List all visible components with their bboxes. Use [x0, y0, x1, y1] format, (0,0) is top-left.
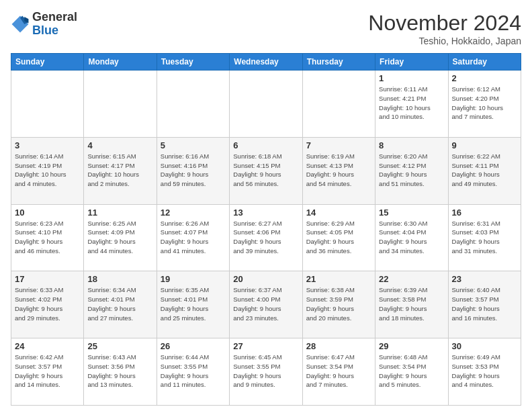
calendar-cell: 4Sunrise: 6:15 AMSunset: 4:17 PMDaylight… — [84, 137, 157, 204]
calendar-cell — [230, 71, 302, 138]
day-number: 23 — [452, 274, 517, 284]
day-info: Sunrise: 6:11 AMSunset: 4:21 PMDaylight:… — [379, 85, 444, 122]
calendar-cell: 21Sunrise: 6:38 AMSunset: 3:59 PMDayligh… — [302, 271, 375, 338]
day-info: Sunrise: 6:26 AMSunset: 4:07 PMDaylight:… — [161, 219, 226, 256]
location: Teshio, Hokkaido, Japan — [368, 36, 521, 46]
calendar-cell: 25Sunrise: 6:43 AMSunset: 3:56 PMDayligh… — [84, 338, 157, 406]
calendar-cell — [302, 71, 375, 138]
day-info: Sunrise: 6:20 AMSunset: 4:12 PMDaylight:… — [379, 152, 444, 189]
day-number: 7 — [306, 140, 371, 150]
day-number: 17 — [15, 274, 80, 284]
logo-icon — [11, 15, 30, 34]
calendar-cell: 5Sunrise: 6:16 AMSunset: 4:16 PMDaylight… — [157, 137, 229, 204]
month-title: November 2024 — [368, 11, 521, 36]
calendar-cell: 20Sunrise: 6:37 AMSunset: 4:00 PMDayligh… — [230, 271, 302, 338]
day-number: 24 — [15, 341, 80, 351]
calendar-cell: 24Sunrise: 6:42 AMSunset: 3:57 PMDayligh… — [11, 338, 84, 406]
calendar-cell: 7Sunrise: 6:19 AMSunset: 4:13 PMDaylight… — [302, 137, 375, 204]
col-header-saturday: Saturday — [448, 54, 521, 71]
day-number: 30 — [452, 341, 517, 351]
logo: General Blue — [11, 11, 77, 38]
day-info: Sunrise: 6:22 AMSunset: 4:11 PMDaylight:… — [452, 152, 517, 189]
day-number: 15 — [379, 208, 444, 218]
day-number: 3 — [15, 140, 80, 150]
day-number: 28 — [306, 341, 371, 351]
day-info: Sunrise: 6:38 AMSunset: 3:59 PMDaylight:… — [306, 285, 371, 322]
day-info: Sunrise: 6:45 AMSunset: 3:55 PMDaylight:… — [233, 353, 298, 390]
day-info: Sunrise: 6:27 AMSunset: 4:06 PMDaylight:… — [233, 219, 298, 256]
day-number: 12 — [161, 208, 226, 218]
day-number: 27 — [233, 341, 298, 351]
header: General Blue November 2024 Teshio, Hokka… — [11, 11, 521, 46]
day-number: 14 — [306, 208, 371, 218]
calendar-cell: 19Sunrise: 6:35 AMSunset: 4:01 PMDayligh… — [157, 271, 229, 338]
day-info: Sunrise: 6:16 AMSunset: 4:16 PMDaylight:… — [161, 152, 226, 189]
calendar-cell: 8Sunrise: 6:20 AMSunset: 4:12 PMDaylight… — [375, 137, 448, 204]
calendar-cell: 13Sunrise: 6:27 AMSunset: 4:06 PMDayligh… — [230, 204, 302, 271]
day-number: 20 — [233, 274, 298, 284]
calendar-cell — [84, 71, 157, 138]
day-info: Sunrise: 6:44 AMSunset: 3:55 PMDaylight:… — [161, 353, 226, 390]
calendar-cell: 3Sunrise: 6:14 AMSunset: 4:19 PMDaylight… — [11, 137, 84, 204]
day-number: 4 — [87, 140, 152, 150]
day-number: 29 — [379, 341, 444, 351]
calendar-header-row: SundayMondayTuesdayWednesdayThursdayFrid… — [11, 54, 521, 71]
day-info: Sunrise: 6:12 AMSunset: 4:20 PMDaylight:… — [452, 85, 517, 122]
page: General Blue November 2024 Teshio, Hokka… — [0, 0, 532, 411]
day-number: 5 — [161, 140, 226, 150]
week-row-1: 3Sunrise: 6:14 AMSunset: 4:19 PMDaylight… — [11, 137, 521, 204]
col-header-wednesday: Wednesday — [230, 54, 302, 71]
week-row-2: 10Sunrise: 6:23 AMSunset: 4:10 PMDayligh… — [11, 204, 521, 271]
calendar-cell: 14Sunrise: 6:29 AMSunset: 4:05 PMDayligh… — [302, 204, 375, 271]
calendar-table: SundayMondayTuesdayWednesdayThursdayFrid… — [11, 53, 521, 406]
title-block: November 2024 Teshio, Hokkaido, Japan — [368, 11, 521, 46]
day-info: Sunrise: 6:33 AMSunset: 4:02 PMDaylight:… — [15, 285, 80, 322]
day-info: Sunrise: 6:19 AMSunset: 4:13 PMDaylight:… — [306, 152, 371, 189]
day-info: Sunrise: 6:40 AMSunset: 3:57 PMDaylight:… — [452, 285, 517, 322]
day-number: 21 — [306, 274, 371, 284]
day-info: Sunrise: 6:25 AMSunset: 4:09 PMDaylight:… — [87, 219, 152, 256]
calendar-cell: 11Sunrise: 6:25 AMSunset: 4:09 PMDayligh… — [84, 204, 157, 271]
calendar-cell — [11, 71, 84, 138]
col-header-monday: Monday — [84, 54, 157, 71]
day-info: Sunrise: 6:29 AMSunset: 4:05 PMDaylight:… — [306, 219, 371, 256]
day-info: Sunrise: 6:37 AMSunset: 4:00 PMDaylight:… — [233, 285, 298, 322]
day-info: Sunrise: 6:43 AMSunset: 3:56 PMDaylight:… — [87, 353, 152, 390]
week-row-4: 24Sunrise: 6:42 AMSunset: 3:57 PMDayligh… — [11, 338, 521, 406]
day-number: 10 — [15, 208, 80, 218]
calendar-cell: 6Sunrise: 6:18 AMSunset: 4:15 PMDaylight… — [230, 137, 302, 204]
day-number: 19 — [161, 274, 226, 284]
day-number: 8 — [379, 140, 444, 150]
logo-blue-text: Blue — [32, 24, 58, 37]
calendar-cell: 15Sunrise: 6:30 AMSunset: 4:04 PMDayligh… — [375, 204, 448, 271]
day-number: 6 — [233, 140, 298, 150]
calendar-cell: 27Sunrise: 6:45 AMSunset: 3:55 PMDayligh… — [230, 338, 302, 406]
calendar-cell: 9Sunrise: 6:22 AMSunset: 4:11 PMDaylight… — [448, 137, 521, 204]
logo-text: General Blue — [32, 11, 77, 38]
day-info: Sunrise: 6:39 AMSunset: 3:58 PMDaylight:… — [379, 285, 444, 322]
day-number: 16 — [452, 208, 517, 218]
calendar-cell: 30Sunrise: 6:49 AMSunset: 3:53 PMDayligh… — [448, 338, 521, 406]
col-header-tuesday: Tuesday — [157, 54, 229, 71]
calendar-cell: 22Sunrise: 6:39 AMSunset: 3:58 PMDayligh… — [375, 271, 448, 338]
day-number: 22 — [379, 274, 444, 284]
day-info: Sunrise: 6:49 AMSunset: 3:53 PMDaylight:… — [452, 353, 517, 390]
col-header-friday: Friday — [375, 54, 448, 71]
week-row-3: 17Sunrise: 6:33 AMSunset: 4:02 PMDayligh… — [11, 271, 521, 338]
calendar-cell: 1Sunrise: 6:11 AMSunset: 4:21 PMDaylight… — [375, 71, 448, 138]
calendar-cell: 18Sunrise: 6:34 AMSunset: 4:01 PMDayligh… — [84, 271, 157, 338]
calendar-cell: 28Sunrise: 6:47 AMSunset: 3:54 PMDayligh… — [302, 338, 375, 406]
day-number: 25 — [87, 341, 152, 351]
day-info: Sunrise: 6:47 AMSunset: 3:54 PMDaylight:… — [306, 353, 371, 390]
day-info: Sunrise: 6:35 AMSunset: 4:01 PMDaylight:… — [161, 285, 226, 322]
day-info: Sunrise: 6:34 AMSunset: 4:01 PMDaylight:… — [87, 285, 152, 322]
calendar-cell: 29Sunrise: 6:48 AMSunset: 3:54 PMDayligh… — [375, 338, 448, 406]
day-info: Sunrise: 6:30 AMSunset: 4:04 PMDaylight:… — [379, 219, 444, 256]
day-number: 1 — [379, 73, 444, 83]
day-info: Sunrise: 6:15 AMSunset: 4:17 PMDaylight:… — [87, 152, 152, 189]
day-number: 18 — [87, 274, 152, 284]
day-number: 26 — [161, 341, 226, 351]
calendar-cell: 10Sunrise: 6:23 AMSunset: 4:10 PMDayligh… — [11, 204, 84, 271]
day-info: Sunrise: 6:18 AMSunset: 4:15 PMDaylight:… — [233, 152, 298, 189]
day-number: 13 — [233, 208, 298, 218]
